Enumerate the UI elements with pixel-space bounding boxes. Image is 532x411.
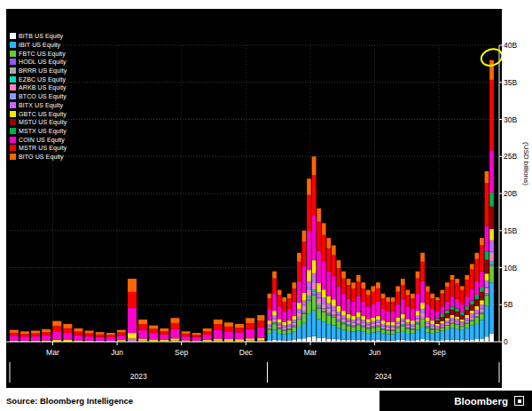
bar-segment (292, 327, 296, 328)
bar-segment (465, 306, 469, 310)
bar-segment (420, 309, 425, 312)
bar-segment (372, 323, 376, 324)
y-tick-label: 30B (504, 115, 517, 124)
bar-segment (426, 328, 430, 328)
bar-segment (401, 321, 405, 322)
bar-segment (474, 318, 479, 323)
legend-item: MSTR US Equity (10, 144, 66, 153)
bar-segment (356, 323, 361, 324)
bar-segment (257, 315, 264, 320)
bar-segment (489, 80, 494, 150)
bar-segment (411, 329, 415, 330)
bar-segment (282, 334, 286, 340)
bar-segment (361, 327, 365, 331)
bar-segment (312, 292, 317, 294)
bar-segment (489, 60, 494, 80)
bar-segment (376, 325, 380, 326)
bar-segment (445, 318, 450, 320)
legend-swatch-icon (10, 76, 16, 83)
bar-segment (465, 275, 469, 280)
bar-segment (138, 338, 147, 340)
bar-segment (480, 313, 484, 314)
bar-segment (31, 336, 40, 341)
bar-segment (426, 323, 430, 324)
bar-segment (307, 289, 311, 296)
bar-segment (381, 324, 386, 326)
bar-segment (485, 171, 489, 183)
bar-segment (31, 333, 40, 336)
bar-segment (485, 225, 489, 251)
bar-segment (480, 245, 484, 271)
bar-segment (430, 334, 434, 341)
bar-segment (332, 311, 336, 314)
bar-segment (326, 304, 331, 308)
legend-label: HODL US Equity (19, 59, 66, 65)
bar-segment (272, 319, 277, 320)
bar-segment (63, 324, 72, 328)
bar-segment (372, 286, 376, 291)
bar-segment (465, 324, 469, 328)
plot-area: MarJunSepDecMarJunSep20232024 BITB US Eq… (6, 9, 502, 388)
bar-segment (302, 293, 307, 301)
legend-item: MSTX US Equity (10, 127, 66, 136)
bar-segment (480, 320, 484, 338)
legend-swatch-icon (10, 42, 16, 48)
legend-swatch-icon (10, 59, 16, 65)
bar-segment (480, 238, 484, 245)
bar-segment (341, 319, 346, 320)
bar-segment (117, 336, 126, 340)
bar-segment (401, 299, 405, 314)
bar-segment (337, 268, 341, 286)
bar-segment (386, 330, 390, 334)
bar-segment (465, 328, 469, 340)
bar-segment (272, 311, 277, 316)
bar-segment (63, 328, 72, 333)
bar-segment (450, 315, 455, 318)
bar-segment (317, 299, 321, 304)
bar-segment (406, 328, 411, 329)
bar-segment (411, 294, 415, 298)
bar-segment (420, 327, 425, 339)
legend-swatch-icon (10, 154, 16, 160)
bar-segment (287, 329, 292, 330)
bar-segment (246, 323, 254, 329)
bar-segment (381, 328, 386, 329)
bar-segment (351, 302, 356, 316)
bar-segment (411, 326, 415, 327)
bar-segment (386, 329, 390, 330)
bar-segment (366, 328, 371, 333)
bar-segment (386, 325, 390, 327)
bar-segment (235, 339, 244, 341)
bar-segment (416, 323, 420, 324)
legend-label: MSTR US Equity (19, 145, 66, 151)
bar-segment (292, 322, 296, 323)
bar-segment (278, 325, 282, 327)
bar-segment (366, 325, 371, 327)
x-tick-label: Mar (46, 348, 59, 357)
bar-segment (411, 320, 415, 324)
bar-segment (361, 323, 365, 326)
bar-segment (287, 324, 292, 326)
bar-segment (411, 309, 415, 320)
bar-segment (182, 336, 191, 341)
bar-segment (326, 316, 331, 324)
bar-segment (489, 207, 494, 229)
bar-segment (292, 332, 296, 340)
bar-segment (268, 329, 272, 333)
bar-segment (420, 253, 425, 262)
bar-segment (485, 260, 489, 273)
bar-segment (391, 325, 395, 327)
bar-segment (341, 323, 346, 324)
bar-segment (381, 328, 386, 329)
bar-segment (485, 183, 489, 225)
bar-segment (440, 331, 444, 341)
bar-segment (435, 300, 440, 312)
bar-segment (302, 301, 307, 305)
bar-segment (465, 320, 469, 322)
bar-segment (470, 269, 474, 288)
bar-segment (287, 294, 292, 298)
bar-segment (282, 330, 286, 331)
bar-segment (302, 266, 307, 293)
bar-segment (395, 332, 400, 340)
bar-segment (386, 297, 390, 302)
